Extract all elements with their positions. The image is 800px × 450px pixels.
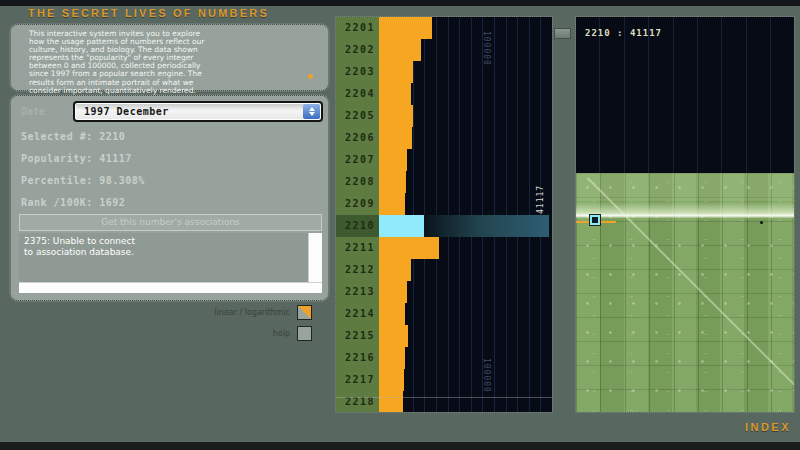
toggle-checkbox-linear-logarithmic[interactable] bbox=[297, 305, 312, 320]
number-row-label-2204[interactable]: 2204 bbox=[336, 83, 379, 105]
number-row-label-2208[interactable]: 2208 bbox=[336, 171, 379, 193]
number-row-label-2205[interactable]: 2205 bbox=[336, 105, 379, 127]
number-row-2215[interactable] bbox=[379, 325, 552, 347]
number-labels-column: 2201220222032204220522062207220822092210… bbox=[336, 17, 379, 412]
date-select-value: 1997 December bbox=[84, 106, 169, 117]
number-row-label-2209[interactable]: 2209 bbox=[336, 193, 379, 215]
detail-header: 2210 : 41117 bbox=[585, 28, 662, 38]
stat-line: Selected #: 2210 bbox=[21, 131, 125, 142]
message-horizontal-scrollbar[interactable] bbox=[19, 282, 322, 293]
number-row-2206[interactable] bbox=[379, 127, 552, 149]
number-row-label-2211[interactable]: 2211 bbox=[336, 237, 379, 259]
toggle-row: help bbox=[170, 326, 312, 342]
popularity-bar bbox=[379, 303, 405, 325]
number-row-2213[interactable] bbox=[379, 281, 552, 303]
number-row-2209[interactable] bbox=[379, 193, 552, 215]
number-row-2203[interactable] bbox=[379, 61, 552, 83]
number-row-label-2210[interactable]: 2210 bbox=[336, 215, 379, 237]
popularity-bar bbox=[379, 237, 439, 259]
intro-panel: This interactive system invites you to e… bbox=[10, 24, 329, 91]
number-row-label-2215[interactable]: 2215 bbox=[336, 325, 379, 347]
number-row-2218[interactable] bbox=[379, 391, 552, 412]
number-row-2201[interactable] bbox=[379, 17, 552, 39]
popularity-bar bbox=[379, 281, 407, 303]
intro-text: This interactive system invites you to e… bbox=[29, 30, 309, 95]
number-row-2216[interactable] bbox=[379, 347, 552, 369]
popularity-bar bbox=[379, 171, 406, 193]
page-title: THE SECRET LIVES OF NUMBERS bbox=[28, 7, 269, 19]
selected-bar-extension bbox=[424, 215, 549, 237]
detail-panel: 2210 : 41117 bbox=[575, 16, 795, 413]
top-edge-strip bbox=[0, 0, 800, 6]
stepper-arrows-icon[interactable] bbox=[303, 104, 320, 119]
popularity-bar bbox=[379, 83, 411, 105]
detail-chart-area[interactable]: 2210 : 41117 bbox=[576, 17, 794, 173]
popularity-bar bbox=[379, 61, 413, 83]
number-row-label-2206[interactable]: 2206 bbox=[336, 127, 379, 149]
number-row-label-2214[interactable]: 2214 bbox=[336, 303, 379, 325]
toggle-row: linear / logarithmic bbox=[170, 305, 312, 321]
number-row-2211[interactable] bbox=[379, 237, 552, 259]
bottom-edge-strip bbox=[0, 442, 800, 450]
number-row-2208[interactable] bbox=[379, 171, 552, 193]
bar-chart-area: 100000 100000 41117 bbox=[379, 17, 552, 412]
number-row-label-2217[interactable]: 2217 bbox=[336, 369, 379, 391]
map-point-dot bbox=[760, 221, 763, 224]
message-vertical-scrollbar[interactable] bbox=[308, 233, 322, 282]
number-row-label-2212[interactable]: 2212 bbox=[336, 259, 379, 281]
number-row-2212[interactable] bbox=[379, 259, 552, 281]
popularity-bar bbox=[379, 347, 405, 369]
number-row-2204[interactable] bbox=[379, 83, 552, 105]
number-row-2202[interactable] bbox=[379, 39, 552, 61]
map-selection-marker-icon bbox=[590, 215, 600, 225]
associations-message-box[interactable]: 2375: Unable to connect to association d… bbox=[19, 233, 322, 293]
stat-line: Percentile: 98.308% bbox=[21, 175, 145, 186]
popularity-bar bbox=[379, 17, 432, 39]
date-select[interactable]: 1997 December bbox=[73, 101, 323, 122]
index-link[interactable]: INDEX bbox=[745, 421, 791, 433]
toggle-label-linear-logarithmic: linear / logarithmic bbox=[214, 308, 290, 317]
get-associations-button[interactable]: Get this number's associations bbox=[19, 214, 322, 231]
popularity-bar bbox=[379, 105, 413, 127]
number-row-label-2213[interactable]: 2213 bbox=[336, 281, 379, 303]
map-highlight-band bbox=[576, 201, 794, 220]
popularity-bar bbox=[379, 149, 407, 171]
arrow-up-icon bbox=[309, 107, 315, 111]
stat-line: Rank /100K: 1692 bbox=[21, 197, 125, 208]
number-row-2217[interactable] bbox=[379, 369, 552, 391]
arrow-down-icon bbox=[309, 112, 315, 116]
stat-line: Popularity: 41117 bbox=[21, 153, 132, 164]
number-row-label-2207[interactable]: 2207 bbox=[336, 149, 379, 171]
number-row-label-2203[interactable]: 2203 bbox=[336, 61, 379, 83]
selected-bar bbox=[379, 215, 424, 237]
popularity-bar bbox=[379, 325, 408, 347]
number-row-label-2218[interactable]: 2218 bbox=[336, 391, 379, 413]
number-row-2205[interactable] bbox=[379, 105, 552, 127]
associations-message-text: 2375: Unable to connect to association d… bbox=[24, 236, 135, 257]
number-space-map[interactable] bbox=[576, 173, 794, 412]
popularity-bar bbox=[379, 39, 421, 61]
popularity-bar bbox=[379, 193, 405, 215]
popularity-bar bbox=[379, 127, 412, 149]
number-row-2214[interactable] bbox=[379, 303, 552, 325]
number-list-scrollbar-thumb[interactable] bbox=[554, 28, 571, 39]
popularity-bar bbox=[379, 391, 403, 412]
number-row-2210[interactable] bbox=[379, 215, 552, 237]
number-row-label-2202[interactable]: 2202 bbox=[336, 39, 379, 61]
toggle-label-help: help bbox=[273, 329, 290, 338]
toggle-checkbox-help[interactable] bbox=[297, 326, 312, 341]
control-panel: Date : 1997 December Selected #: 2210Pop… bbox=[10, 95, 329, 301]
date-label: Date : bbox=[21, 106, 75, 117]
number-row-2207[interactable] bbox=[379, 149, 552, 171]
number-row-label-2201[interactable]: 2201 bbox=[336, 17, 379, 39]
number-bar-panel: 2201220222032204220522062207220822092210… bbox=[335, 16, 553, 413]
popularity-bar bbox=[379, 259, 411, 281]
orange-bullet-icon bbox=[308, 74, 313, 79]
popularity-bar bbox=[379, 369, 404, 391]
chart-bottom-gridline bbox=[336, 397, 552, 398]
number-row-label-2216[interactable]: 2216 bbox=[336, 347, 379, 369]
